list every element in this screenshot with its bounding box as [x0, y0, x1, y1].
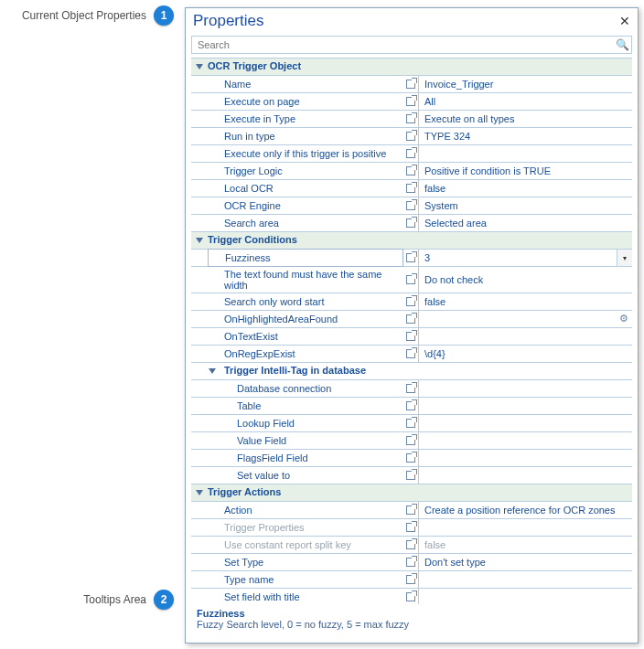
- section-trigger-conditions[interactable]: Trigger Conditions: [191, 232, 632, 250]
- popout-icon[interactable]: [403, 180, 419, 197]
- search-input[interactable]: [192, 37, 613, 53]
- prop-db-table[interactable]: Table: [191, 398, 632, 415]
- section-ocr-trigger-object[interactable]: OCR Trigger Object: [191, 59, 632, 76]
- popout-icon[interactable]: [403, 163, 419, 179]
- prop-search-area[interactable]: Search areaSelected area: [191, 215, 632, 232]
- prop-exec-only-if-positive[interactable]: Execute only if this trigger is positive: [191, 145, 632, 163]
- dropdown-icon[interactable]: ▾: [617, 250, 632, 266]
- prop-name[interactable]: NameInvoice_Trigger: [191, 76, 632, 93]
- prop-ocr-engine[interactable]: OCR EngineSystem: [191, 197, 632, 215]
- callout-label-2: Tooltips Area: [46, 593, 146, 606]
- prop-local-ocr[interactable]: Local OCRfalse: [191, 180, 632, 197]
- popout-icon[interactable]: [403, 432, 419, 449]
- prop-on-regexp-exist[interactable]: OnRegExpExist\d{4}: [191, 346, 632, 363]
- search-icon[interactable]: 🔍: [613, 38, 631, 51]
- prop-fuzziness[interactable]: Fuzziness3▾: [191, 250, 632, 267]
- collapse-icon[interactable]: [191, 59, 208, 75]
- prop-on-highlighted[interactable]: OnHighlightedAreaFound⚙: [191, 311, 632, 328]
- section-intelli-tag[interactable]: Trigger Intelli-Tag in database: [191, 363, 632, 380]
- popout-icon[interactable]: [403, 267, 419, 293]
- section-trigger-actions[interactable]: Trigger Actions: [191, 484, 632, 502]
- prop-set-value-to[interactable]: Set value to: [191, 467, 632, 484]
- properties-panel: Properties ✕ 🔍 OCR Trigger Object NameIn…: [185, 7, 639, 644]
- prop-type-name[interactable]: Type name: [191, 571, 632, 589]
- panel-title: Properties: [193, 12, 263, 30]
- prop-execute-in-type[interactable]: Execute in TypeExecute on all types: [191, 111, 632, 128]
- popout-icon[interactable]: [403, 328, 419, 345]
- popout-icon[interactable]: [403, 128, 419, 144]
- tooltip-area: Fuzziness Fuzzy Search level, 0 = no fuz…: [191, 604, 632, 637]
- popout-icon[interactable]: [403, 311, 419, 327]
- collapse-icon[interactable]: [191, 363, 220, 379]
- collapse-icon[interactable]: [191, 484, 208, 501]
- popout-icon[interactable]: [403, 380, 419, 397]
- prop-db-connection[interactable]: Database connection: [191, 380, 632, 398]
- popout-icon[interactable]: [403, 502, 419, 518]
- prop-trigger-properties[interactable]: Trigger Properties: [191, 519, 632, 537]
- callout-badge-1: 1: [154, 5, 174, 26]
- popout-icon[interactable]: [403, 197, 419, 214]
- popout-icon[interactable]: [403, 111, 419, 127]
- callout-label-1: Current Object Properties: [0, 9, 146, 22]
- property-grid: OCR Trigger Object NameInvoice_Trigger E…: [191, 58, 632, 604]
- popout-icon[interactable]: [403, 76, 419, 92]
- prop-action[interactable]: ActionCreate a position reference for OC…: [191, 502, 632, 519]
- popout-icon[interactable]: [403, 519, 419, 536]
- popout-icon[interactable]: [403, 250, 419, 266]
- search-row: 🔍: [191, 36, 632, 54]
- popout-icon[interactable]: [403, 571, 419, 588]
- prop-flags-field[interactable]: FlagsField Field: [191, 450, 632, 467]
- tooltip-body: Fuzzy Search level, 0 = no fuzzy, 5 = ma…: [197, 619, 627, 630]
- popout-icon[interactable]: [403, 145, 419, 162]
- panel-header: Properties ✕: [186, 8, 638, 36]
- callout-badge-2: 2: [154, 590, 174, 610]
- popout-icon[interactable]: [403, 467, 419, 484]
- prop-on-text-exist[interactable]: OnTextExist: [191, 328, 632, 346]
- popout-icon[interactable]: [403, 537, 419, 553]
- popout-icon[interactable]: [403, 450, 419, 466]
- prop-same-width[interactable]: The text found must have the same widthD…: [191, 267, 632, 293]
- collapse-icon[interactable]: [191, 232, 208, 249]
- prop-set-field-title[interactable]: Set field with title: [191, 589, 632, 604]
- prop-value-field[interactable]: Value Field: [191, 432, 632, 450]
- prop-set-type[interactable]: Set TypeDon't set type: [191, 554, 632, 571]
- popout-icon[interactable]: [403, 415, 419, 431]
- prop-lookup-field[interactable]: Lookup Field: [191, 415, 632, 432]
- popout-icon[interactable]: [403, 589, 419, 604]
- popout-icon[interactable]: [403, 93, 419, 110]
- popout-icon[interactable]: [403, 554, 419, 570]
- popout-icon[interactable]: [403, 346, 419, 362]
- gear-icon[interactable]: ⚙: [619, 313, 628, 324]
- close-icon[interactable]: ✕: [619, 15, 630, 27]
- prop-use-constant-split-key[interactable]: Use constant report split keyfalse: [191, 537, 632, 554]
- popout-icon[interactable]: [403, 215, 419, 231]
- prop-execute-on-page[interactable]: Execute on pageAll: [191, 93, 632, 111]
- prop-run-in-type[interactable]: Run in typeTYPE 324: [191, 128, 632, 145]
- prop-trigger-logic[interactable]: Trigger LogicPositive if condition is TR…: [191, 163, 632, 180]
- popout-icon[interactable]: [403, 398, 419, 414]
- prop-word-start[interactable]: Search only word startfalse: [191, 293, 632, 311]
- tooltip-title: Fuzziness: [197, 608, 627, 619]
- popout-icon[interactable]: [403, 293, 419, 310]
